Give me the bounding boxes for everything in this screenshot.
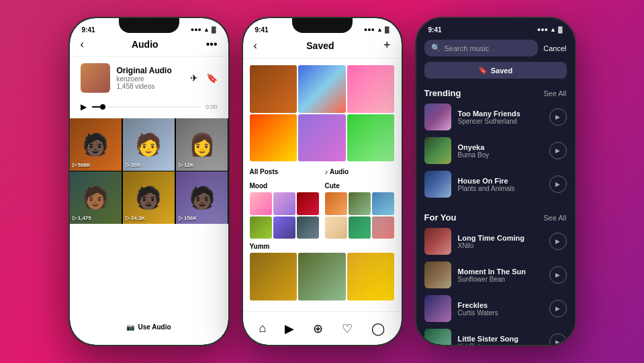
play-button-6[interactable]: ▶ xyxy=(549,300,567,317)
phone-music: 9:41 ●●● ▲ ▓ 🔍 Search music Cancel 🔖 Sav… xyxy=(415,17,576,346)
notch2 xyxy=(292,18,353,33)
audio-info: Original Audio kenzoere 1,458 videos ✈ 🔖 xyxy=(70,56,228,99)
track-thumb-1 xyxy=(424,104,451,130)
track-info-3: House On Fire Plants and Animals xyxy=(458,177,543,192)
battery-3: ▓ xyxy=(558,26,563,33)
nav-home[interactable]: ⌂ xyxy=(259,321,267,335)
cute-label: Cute xyxy=(325,182,395,190)
video-cell-3[interactable]: 👩 ▷ 12K xyxy=(176,118,228,171)
yumm-cell-2[interactable] xyxy=(298,253,346,300)
track-artist-4: XNilo xyxy=(458,242,543,249)
track-6[interactable]: Freckles Curtis Waters ▶ xyxy=(424,295,567,322)
play-button[interactable]: ▶ xyxy=(81,102,87,112)
saved-cell-5[interactable] xyxy=(298,114,346,162)
phone3-screen: 9:41 ●●● ▲ ▓ 🔍 Search music Cancel 🔖 Sav… xyxy=(416,18,575,345)
nav-profile[interactable]: ◯ xyxy=(371,321,385,336)
notch1 xyxy=(119,18,179,33)
for-you-see-all[interactable]: See All xyxy=(543,214,566,222)
add-button-2[interactable]: + xyxy=(383,38,391,52)
cancel-button[interactable]: Cancel xyxy=(543,44,566,52)
video-label-1: ▷ 508K xyxy=(73,162,91,168)
mood-cell-1[interactable] xyxy=(250,192,272,214)
audio-page-title: Audio xyxy=(132,39,158,50)
wifi-1: ▲ xyxy=(203,26,210,33)
yumm-label: Yumm xyxy=(250,243,395,250)
video-label-6: ▷ 156K xyxy=(179,215,197,221)
track-5[interactable]: Moment In The Sun Sunflower Bean ▶ xyxy=(424,261,567,288)
time-3: 9:41 xyxy=(428,26,442,34)
battery-1: ▓ xyxy=(212,26,216,33)
track-thumb-7 xyxy=(424,329,451,345)
play-button-7[interactable]: ▶ xyxy=(549,333,567,345)
audio-header: ‹ Audio ••• xyxy=(70,37,228,56)
mood-cell-2[interactable] xyxy=(273,192,295,214)
saved-cell-2[interactable] xyxy=(298,65,346,113)
track-3[interactable]: House On Fire Plants and Animals ▶ xyxy=(424,171,567,198)
yumm-cell-3[interactable] xyxy=(347,253,395,300)
search-input-container[interactable]: 🔍 Search music xyxy=(424,40,539,56)
cute-section: Cute xyxy=(325,182,395,239)
mood-cell-6[interactable] xyxy=(297,216,319,239)
progress-dot xyxy=(100,104,105,110)
video-cell-2[interactable]: 🧑 ▷ 209 xyxy=(123,118,175,171)
cute-cell-1[interactable] xyxy=(325,192,347,214)
track-4[interactable]: Long Time Coming XNilo ▶ xyxy=(424,228,567,255)
track-name-5: Moment In The Sun xyxy=(458,268,543,276)
play-button-1[interactable]: ▶ xyxy=(549,108,567,126)
share-icon[interactable]: ✈ xyxy=(190,73,198,83)
saved-content: All Posts ♪ Audio Mood xyxy=(243,58,402,331)
more-button-1[interactable]: ••• xyxy=(206,38,218,50)
track-artist-5: Sunflower Bean xyxy=(458,276,543,283)
section-labels-row: All Posts ♪ Audio xyxy=(250,168,395,175)
saved-cell-3[interactable] xyxy=(347,65,395,113)
track-thumb-2 xyxy=(424,137,451,164)
track-name-6: Freckles xyxy=(458,301,543,309)
play-button-4[interactable]: ▶ xyxy=(549,233,567,250)
track-artist-1: Spencer Sutherland xyxy=(458,118,543,125)
trending-see-all[interactable]: See All xyxy=(543,89,566,97)
use-audio-button[interactable]: 📷 Use Audio xyxy=(117,319,180,335)
play-button-3[interactable]: ▶ xyxy=(549,175,567,193)
track-artist-6: Curtis Waters xyxy=(458,309,543,317)
mood-grid xyxy=(250,192,320,239)
track-thumb-5 xyxy=(424,261,451,288)
nav-heart[interactable]: ♡ xyxy=(342,321,353,336)
cute-cell-6[interactable] xyxy=(372,216,394,239)
cute-cell-2[interactable] xyxy=(349,192,371,214)
saved-tab-button[interactable]: 🔖 Saved xyxy=(424,62,567,79)
nav-add[interactable]: ⊕ xyxy=(313,321,323,336)
back-button-2[interactable]: ‹ xyxy=(254,40,257,52)
track-1[interactable]: Too Many Friends Spencer Sutherland ▶ xyxy=(424,104,567,130)
video-cell-5[interactable]: 🧑🏿 ▷ 24.3K xyxy=(123,171,175,224)
cute-cell-5[interactable] xyxy=(349,216,371,239)
mood-cell-3[interactable] xyxy=(297,192,319,214)
mood-cell-4[interactable] xyxy=(250,216,272,239)
play-button-2[interactable]: ▶ xyxy=(549,142,567,159)
video-cell-1[interactable]: 🧑🏿 ▷ 508K xyxy=(70,118,122,171)
cute-cell-4[interactable] xyxy=(325,216,347,239)
mood-cell-5[interactable] xyxy=(273,216,295,239)
saved-cell-4[interactable] xyxy=(250,114,297,162)
progress-track[interactable] xyxy=(92,106,200,108)
yumm-cell-1[interactable] xyxy=(250,253,297,300)
video-cell-6[interactable]: 🧑🏿 ▷ 156K xyxy=(176,171,228,224)
audio-actions: ✈ 🔖 xyxy=(190,73,218,83)
audio-name: Original Audio xyxy=(117,66,183,75)
audio-progress[interactable]: ▶ 0:00 xyxy=(70,99,228,118)
nav-reels[interactable]: ▶ xyxy=(285,321,294,336)
saved-cell-6[interactable] xyxy=(347,114,395,162)
play-button-5[interactable]: ▶ xyxy=(549,266,567,284)
search-placeholder: Search music xyxy=(445,44,490,52)
back-button-1[interactable]: ‹ xyxy=(81,38,84,50)
saved-cell-1[interactable] xyxy=(250,65,297,113)
video-label-2: ▷ 209 xyxy=(126,162,140,168)
save-icon[interactable]: 🔖 xyxy=(206,73,218,83)
signal-1: ●●● xyxy=(191,26,201,33)
phone-audio: 9:41 ●●● ▲ ▓ ‹ Audio ••• Original Au xyxy=(68,17,230,346)
video-cell-4[interactable]: 🧑🏾 ▷ 1,475 xyxy=(70,171,122,224)
track-7[interactable]: Little Sister Song Kid Sistr ▶ xyxy=(424,329,567,345)
track-name-3: House On Fire xyxy=(458,177,543,185)
yumm-grid xyxy=(250,253,395,300)
cute-cell-3[interactable] xyxy=(372,192,394,214)
track-2[interactable]: Onyeka Burna Boy ▶ xyxy=(424,137,567,164)
